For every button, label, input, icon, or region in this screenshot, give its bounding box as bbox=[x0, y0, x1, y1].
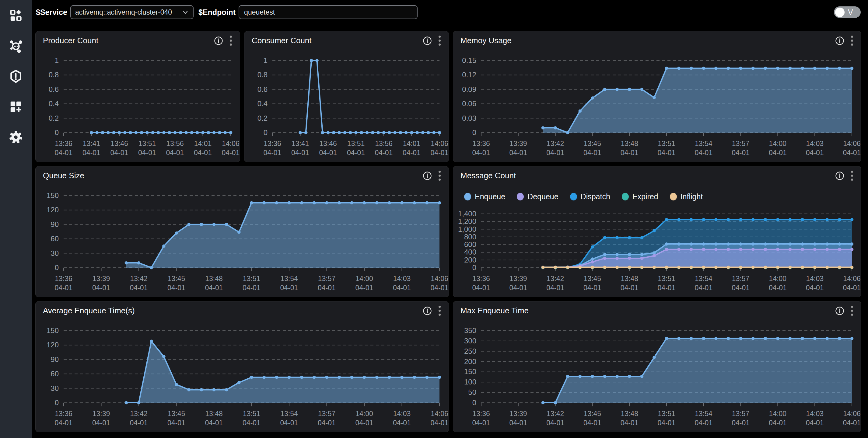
svg-text:0.8: 0.8 bbox=[257, 71, 268, 79]
kebab-menu-icon[interactable] bbox=[849, 305, 855, 316]
info-icon[interactable] bbox=[835, 306, 844, 315]
max-enqueue-time-chart[interactable]: 35030025020015010050013:3604-0113:3904-0… bbox=[453, 320, 861, 432]
topology-icon[interactable] bbox=[8, 39, 23, 53]
svg-text:13:48: 13:48 bbox=[205, 275, 223, 282]
svg-text:04-01: 04-01 bbox=[694, 419, 712, 427]
svg-text:13:56: 13:56 bbox=[375, 140, 393, 147]
plot-region[interactable]: 1,4001,2001,000800600400200013:3604-0113… bbox=[453, 203, 861, 297]
info-icon[interactable] bbox=[423, 171, 432, 180]
svg-text:04-01: 04-01 bbox=[205, 419, 223, 427]
avg-enqueue-time-chart[interactable]: 150120906030013:3604-0113:3904-0113:4204… bbox=[36, 320, 448, 432]
svg-text:04-01: 04-01 bbox=[694, 149, 712, 157]
svg-text:13:42: 13:42 bbox=[547, 410, 564, 417]
svg-text:0.2: 0.2 bbox=[49, 114, 59, 122]
svg-text:04-01: 04-01 bbox=[130, 284, 148, 292]
alarm-icon[interactable] bbox=[8, 69, 23, 83]
svg-text:13:36: 13:36 bbox=[55, 275, 72, 282]
svg-text:04-01: 04-01 bbox=[280, 284, 298, 292]
svg-text:13:57: 13:57 bbox=[732, 275, 750, 282]
queue-size-chart[interactable]: 150120906030013:3604-0113:3904-0113:4204… bbox=[36, 185, 448, 297]
version-toggle[interactable]: V bbox=[834, 6, 861, 18]
svg-text:90: 90 bbox=[51, 220, 59, 229]
svg-text:13:48: 13:48 bbox=[621, 275, 638, 282]
svg-text:14:00: 14:00 bbox=[769, 275, 787, 282]
panel-title: Average Enqueue Time(s) bbox=[43, 306, 423, 315]
svg-text:04-01: 04-01 bbox=[92, 419, 110, 427]
producer-count-chart[interactable]: 10.80.60.40.2013:3604-0113:4104-0113:460… bbox=[36, 50, 240, 162]
plot-region[interactable]: 10.80.60.40.2013:3604-0113:4104-0113:460… bbox=[244, 50, 448, 162]
legend-item-dequeue[interactable]: Dequeue bbox=[517, 192, 558, 201]
svg-text:120: 120 bbox=[46, 341, 59, 349]
kebab-menu-icon[interactable] bbox=[437, 35, 442, 46]
svg-text:04-01: 04-01 bbox=[769, 149, 787, 157]
plot-region[interactable]: 150120906030013:3604-0113:3904-0113:4204… bbox=[36, 320, 448, 432]
svg-text:13:54: 13:54 bbox=[695, 410, 712, 417]
svg-text:04-01: 04-01 bbox=[843, 284, 861, 292]
svg-text:04-01: 04-01 bbox=[431, 149, 448, 157]
endpoint-input[interactable] bbox=[239, 5, 417, 19]
plot-region[interactable]: 35030025020015010050013:3604-0113:3904-0… bbox=[453, 320, 861, 432]
svg-text:04-01: 04-01 bbox=[732, 419, 750, 427]
svg-text:04-01: 04-01 bbox=[319, 149, 337, 157]
sidebar bbox=[0, 0, 32, 438]
kebab-menu-icon[interactable] bbox=[437, 170, 442, 181]
svg-text:13:41: 13:41 bbox=[291, 140, 309, 147]
svg-text:1: 1 bbox=[55, 56, 59, 65]
info-icon[interactable] bbox=[835, 171, 844, 180]
legend-item-inflight[interactable]: Inflight bbox=[670, 192, 703, 201]
svg-text:04-01: 04-01 bbox=[375, 149, 393, 157]
svg-text:04-01: 04-01 bbox=[431, 284, 448, 292]
svg-text:04-01: 04-01 bbox=[431, 419, 448, 427]
marketplace-icon[interactable] bbox=[8, 99, 23, 114]
svg-text:13:48: 13:48 bbox=[621, 410, 638, 417]
svg-text:600: 600 bbox=[464, 240, 476, 248]
svg-text:13:39: 13:39 bbox=[509, 410, 527, 417]
kebab-menu-icon[interactable] bbox=[849, 170, 855, 181]
svg-text:0.03: 0.03 bbox=[462, 114, 476, 122]
svg-text:14:06: 14:06 bbox=[431, 140, 448, 147]
svg-text:04-01: 04-01 bbox=[509, 284, 527, 292]
kebab-menu-icon[interactable] bbox=[228, 35, 234, 46]
svg-text:14:06: 14:06 bbox=[843, 410, 861, 417]
info-icon[interactable] bbox=[214, 36, 223, 45]
svg-text:04-01: 04-01 bbox=[843, 149, 861, 157]
plot-region[interactable]: 10.80.60.40.2013:3604-0113:4104-0113:460… bbox=[36, 50, 240, 162]
svg-text:800: 800 bbox=[464, 233, 476, 241]
svg-text:0: 0 bbox=[264, 128, 268, 137]
memory-usage-chart[interactable]: 0.150.120.090.060.03013:3604-0113:3904-0… bbox=[453, 50, 861, 162]
info-icon[interactable] bbox=[423, 36, 432, 45]
svg-text:1,200: 1,200 bbox=[458, 217, 476, 225]
svg-text:13:42: 13:42 bbox=[130, 410, 148, 417]
svg-text:13:45: 13:45 bbox=[168, 275, 185, 282]
svg-text:13:36: 13:36 bbox=[55, 140, 72, 147]
kebab-menu-icon[interactable] bbox=[849, 35, 855, 46]
svg-text:04-01: 04-01 bbox=[55, 419, 73, 427]
svg-text:04-01: 04-01 bbox=[167, 419, 185, 427]
svg-text:13:54: 13:54 bbox=[280, 275, 298, 282]
legend-item-enqueue[interactable]: Enqueue bbox=[464, 192, 505, 201]
kebab-menu-icon[interactable] bbox=[437, 305, 442, 316]
svg-text:04-01: 04-01 bbox=[621, 284, 639, 292]
dashboard-icon[interactable] bbox=[8, 8, 23, 23]
svg-text:04-01: 04-01 bbox=[393, 284, 411, 292]
svg-text:13:36: 13:36 bbox=[472, 140, 490, 147]
settings-gear-icon[interactable] bbox=[8, 130, 23, 144]
info-icon[interactable] bbox=[423, 306, 432, 315]
service-select[interactable]: activemq::activemq-cluster-040 bbox=[70, 5, 193, 19]
legend-item-dispatch[interactable]: Dispatch bbox=[570, 192, 610, 201]
chart-legend: EnqueueDequeueDispatchExpiredInflight bbox=[453, 185, 861, 203]
consumer-count-chart[interactable]: 10.80.60.40.2013:3604-0113:4104-0113:460… bbox=[244, 50, 448, 162]
panel-title: Producer Count bbox=[43, 36, 214, 45]
legend-swatch bbox=[670, 193, 677, 200]
svg-text:13:36: 13:36 bbox=[472, 275, 490, 282]
svg-text:14:03: 14:03 bbox=[806, 410, 824, 417]
svg-text:13:51: 13:51 bbox=[138, 140, 156, 147]
panel-producer-count: Producer Count 10.80.60.40.2013:3604-011… bbox=[35, 31, 240, 162]
info-icon[interactable] bbox=[835, 36, 844, 45]
legend-item-expired[interactable]: Expired bbox=[622, 192, 658, 201]
svg-text:60: 60 bbox=[51, 370, 59, 378]
message-count-chart[interactable]: EnqueueDequeueDispatchExpiredInflight1,4… bbox=[453, 185, 861, 297]
plot-region[interactable]: 0.150.120.090.060.03013:3604-0113:3904-0… bbox=[453, 50, 861, 162]
plot-region[interactable]: 150120906030013:3604-0113:3904-0113:4204… bbox=[36, 185, 448, 297]
svg-text:04-01: 04-01 bbox=[843, 419, 861, 427]
